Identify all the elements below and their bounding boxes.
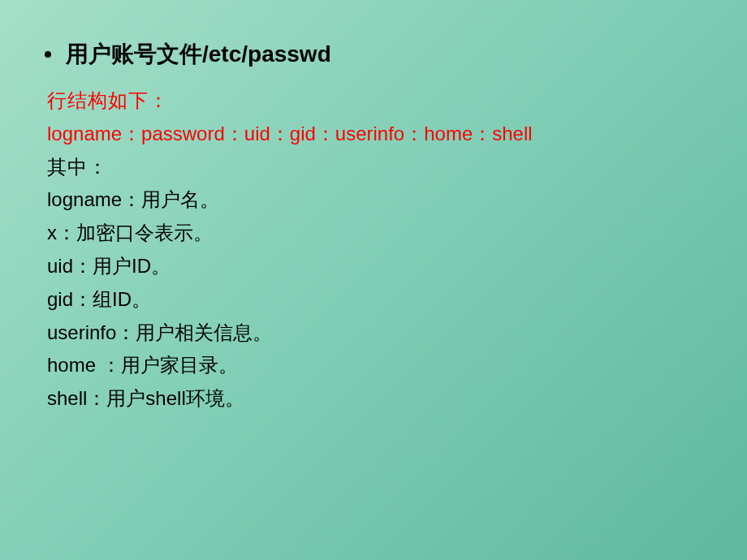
bullet-icon [45, 51, 51, 58]
where-label: 其中： [47, 151, 706, 184]
field-x: x：加密口令表示。 [47, 217, 706, 250]
field-home: home ：用户家目录。 [47, 349, 706, 382]
slide-heading: 用户账号文件/etc/passwd [41, 39, 706, 70]
field-uid: uid：用户ID。 [47, 250, 706, 283]
field-gid: gid：组ID。 [47, 283, 706, 317]
slide-content: 行结构如下： logname：password：uid：gid：userinfo… [41, 84, 706, 416]
field-userinfo: userinfo：用户相关信息。 [47, 317, 706, 350]
heading-text: 用户账号文件/etc/passwd [66, 41, 331, 67]
format-line: logname：password：uid：gid：userinfo：home：s… [47, 118, 706, 151]
field-logname: logname：用户名。 [47, 183, 706, 217]
field-shell: shell：用户shell环境。 [47, 382, 706, 416]
structure-label: 行结构如下： [47, 84, 706, 118]
